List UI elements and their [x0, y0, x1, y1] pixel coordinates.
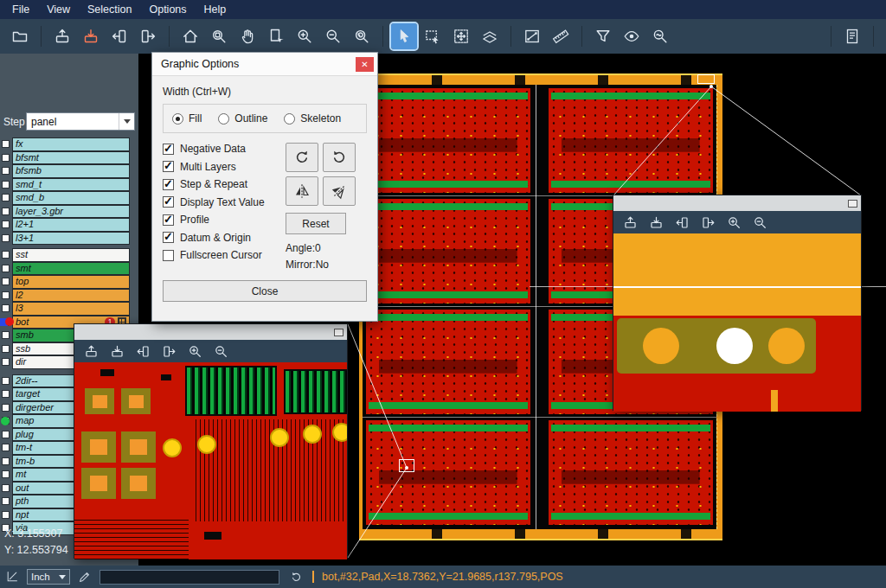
- layer-name[interactable]: smd_b: [12, 191, 130, 205]
- layer-name[interactable]: l2: [12, 289, 130, 303]
- export-left-button[interactable]: [133, 342, 152, 361]
- layer-visibility-checkbox[interactable]: [2, 345, 10, 353]
- zoom-out-button[interactable]: [320, 23, 346, 49]
- layer-visibility-checkbox[interactable]: [2, 404, 10, 412]
- maximize-icon[interactable]: [334, 329, 343, 336]
- layer-visibility-checkbox[interactable]: [2, 444, 10, 451]
- layer-name[interactable]: bfsmt: [12, 151, 130, 165]
- export-right-button[interactable]: [698, 213, 717, 232]
- export-left-button[interactable]: [106, 23, 132, 49]
- refresh-button[interactable]: [287, 568, 305, 585]
- layer-name[interactable]: l3+1: [12, 232, 130, 246]
- pencil-icon[interactable]: [78, 570, 92, 584]
- layer-visibility-checkbox[interactable]: [2, 331, 10, 339]
- export-down-button[interactable]: [646, 213, 665, 232]
- magnifier-title-bar[interactable]: [74, 324, 347, 340]
- layer-visibility-checkbox[interactable]: [2, 358, 10, 366]
- layer-visibility-checkbox[interactable]: [2, 208, 10, 215]
- select-arrow-button[interactable]: [391, 23, 417, 49]
- layer-visibility-checkbox[interactable]: [2, 154, 10, 162]
- export-right-button[interactable]: [159, 342, 178, 361]
- checkbox-profile[interactable]: Profile: [163, 214, 284, 226]
- dialog-title-bar[interactable]: Graphic Options: [152, 53, 377, 76]
- pan-hand-button[interactable]: [234, 23, 260, 49]
- step-combobox[interactable]: panel: [26, 112, 135, 131]
- menu-options[interactable]: Options: [140, 1, 195, 18]
- layer-name[interactable]: fx: [12, 137, 130, 151]
- layer-visibility-checkbox[interactable]: [2, 470, 10, 478]
- radio-button[interactable]: [172, 113, 183, 125]
- zoom-in-button[interactable]: [292, 23, 318, 49]
- checkbox-multi-layers[interactable]: Multi Layers: [163, 161, 284, 173]
- checkbox-step-repeat[interactable]: Step & Repeat: [163, 178, 284, 190]
- radio-option-skeleton[interactable]: Skeleton: [284, 112, 341, 125]
- rotate-cw-button[interactable]: [286, 143, 318, 172]
- layer-name[interactable]: top: [12, 275, 130, 289]
- radio-option-outline[interactable]: Outline: [218, 112, 267, 125]
- layer-visibility-checkbox[interactable]: [2, 511, 10, 519]
- checkbox[interactable]: [163, 179, 174, 190]
- layer-visibility-checkbox[interactable]: [2, 181, 10, 189]
- layer-visibility-checkbox[interactable]: [2, 140, 10, 148]
- select-window-button[interactable]: [420, 23, 446, 49]
- measure-line-button[interactable]: [519, 23, 545, 49]
- layer-visibility-checkbox[interactable]: [2, 390, 10, 398]
- maximize-icon[interactable]: [848, 200, 857, 208]
- radio-option-fill[interactable]: Fill: [172, 112, 202, 125]
- menu-file[interactable]: File: [3, 1, 38, 18]
- zoom-in-button[interactable]: [185, 342, 204, 361]
- combo-dropdown-button[interactable]: [119, 113, 134, 130]
- layer-name[interactable]: smt: [12, 262, 130, 276]
- magnifier-title-bar[interactable]: [613, 195, 861, 211]
- align-layers-button[interactable]: [477, 23, 503, 49]
- checkbox-datum-origin[interactable]: Datum & Origin: [163, 232, 284, 244]
- layer-visibility-checkbox[interactable]: [2, 484, 10, 492]
- close-button[interactable]: Close: [163, 280, 367, 302]
- magnified-view[interactable]: [613, 233, 861, 412]
- layer-visibility-checkbox[interactable]: [2, 251, 10, 259]
- filter-button[interactable]: [590, 23, 616, 49]
- menu-selection[interactable]: Selection: [79, 1, 140, 18]
- highlight-eye-button[interactable]: [619, 23, 645, 49]
- checkbox-negative-data[interactable]: Negative Data: [163, 143, 284, 155]
- checkbox[interactable]: [163, 232, 174, 243]
- layer-name[interactable]: l3: [12, 302, 130, 316]
- zoom-out-button[interactable]: [750, 213, 769, 232]
- layer-visibility-checkbox[interactable]: [2, 167, 10, 175]
- command-input[interactable]: [100, 570, 279, 585]
- layer-visibility-checkbox[interactable]: [2, 291, 10, 299]
- zoom-in-button[interactable]: [724, 213, 743, 232]
- open-folder-button[interactable]: [7, 23, 33, 49]
- checkbox[interactable]: [163, 196, 174, 208]
- layer-visibility-checkbox[interactable]: [2, 220, 10, 228]
- checkbox[interactable]: [163, 144, 174, 155]
- layer-visibility-checkbox[interactable]: [2, 377, 10, 385]
- mirror-diagonal-button[interactable]: [323, 176, 356, 206]
- loop-search-button[interactable]: [647, 23, 673, 49]
- report-list-button[interactable]: [839, 23, 865, 49]
- layer-visibility-checkbox[interactable]: [2, 234, 10, 242]
- drag-view-button[interactable]: [263, 23, 289, 49]
- export-right-button[interactable]: [135, 23, 161, 49]
- layer-name[interactable]: layer_3.gbr: [12, 205, 130, 219]
- ruler-button[interactable]: [548, 23, 574, 49]
- layer-name[interactable]: l2+1: [12, 218, 130, 232]
- checkbox[interactable]: [163, 214, 174, 226]
- layer-visibility-checkbox[interactable]: [2, 457, 10, 465]
- zoom-out-button[interactable]: [211, 342, 230, 361]
- layer-visibility-checkbox[interactable]: [2, 265, 10, 272]
- zoom-previous-button[interactable]: [349, 23, 375, 49]
- layer-name[interactable]: smd_t: [12, 178, 130, 192]
- layer-name[interactable]: bfsmb: [12, 164, 130, 178]
- checkbox-fullscreen-cursor[interactable]: Fullscreen Cursor: [163, 249, 284, 261]
- home-view-button[interactable]: [177, 23, 203, 49]
- layer-visibility-checkbox[interactable]: [2, 497, 10, 505]
- menu-help[interactable]: Help: [196, 1, 235, 18]
- export-up-button[interactable]: [49, 23, 75, 49]
- menu-view[interactable]: View: [38, 1, 79, 18]
- export-left-button[interactable]: [672, 213, 691, 232]
- reset-button[interactable]: Reset: [286, 213, 346, 234]
- layer-name[interactable]: sst: [12, 248, 130, 262]
- radio-button[interactable]: [284, 113, 295, 125]
- export-up-button[interactable]: [620, 213, 639, 232]
